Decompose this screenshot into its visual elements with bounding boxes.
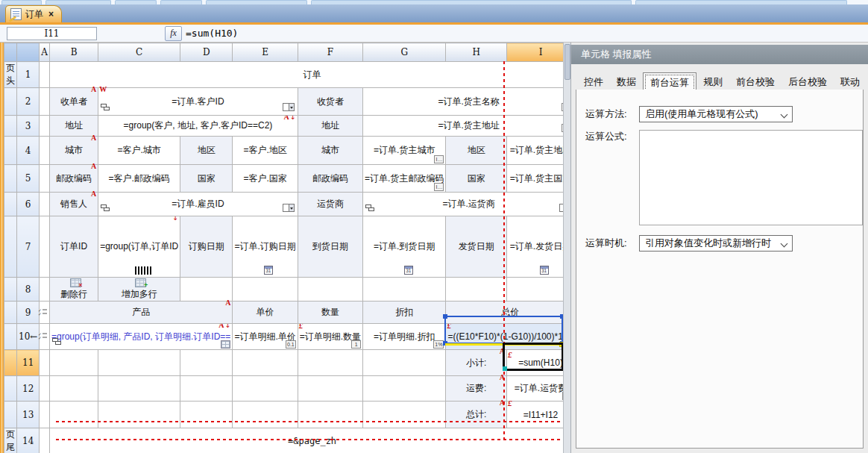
cell-G7[interactable]: 31=订单.到货日期 <box>363 216 446 278</box>
cell-D4[interactable]: 地区 <box>180 137 233 165</box>
cell-F12[interactable] <box>298 376 362 402</box>
cell-C12[interactable] <box>98 376 180 402</box>
cell-F9[interactable]: 数量 <box>298 302 362 324</box>
cell-C3[interactable]: A↓=group(客户, 地址, 客户.客户ID==C2) <box>98 116 298 137</box>
cell-A5[interactable] <box>40 165 50 193</box>
col-header-C[interactable]: C <box>98 43 180 62</box>
cell-A8[interactable] <box>40 278 50 302</box>
band-label-cell[interactable] <box>4 193 17 216</box>
cell-I11[interactable]: Σ£=sum(H10) <box>506 350 563 376</box>
cell-E4[interactable]: =客户.地区 <box>233 137 298 165</box>
col-header-I[interactable]: I <box>506 43 563 62</box>
band-label-cell[interactable]: 页尾 <box>4 428 17 453</box>
cell-E10←[interactable]: 0.1=订单明细.单价 <box>233 324 298 350</box>
row-header-11[interactable]: 11 <box>17 350 40 376</box>
cell-F7[interactable]: 到货日期 <box>298 216 362 278</box>
band-label-cell[interactable] <box>4 350 17 376</box>
cell-D5[interactable]: 国家 <box>180 165 233 193</box>
cell-B5[interactable]: A邮政编码 <box>50 165 98 193</box>
fx-button[interactable]: fx <box>165 26 182 41</box>
cell-B6[interactable]: A销售人 <box>50 193 98 216</box>
cell-A10←[interactable]: ✓✓ <box>40 324 50 350</box>
cell-H12[interactable]: A运费: <box>446 376 506 402</box>
corner-cell[interactable] <box>4 43 17 62</box>
col-header-B[interactable]: B <box>50 43 98 62</box>
band-label-cell[interactable] <box>4 165 17 193</box>
cell-B11[interactable] <box>50 350 98 376</box>
row-header-10←[interactable]: 10← <box>17 324 40 350</box>
band-label-cell[interactable] <box>4 116 17 137</box>
cell-I5[interactable]: I…=订单.货主国家 <box>506 165 563 193</box>
formula-input[interactable]: =sum(H10) <box>186 27 238 40</box>
cell-C5[interactable]: =客户.邮政编码 <box>98 165 180 193</box>
band-label-cell[interactable] <box>4 137 17 165</box>
cell-E12[interactable] <box>233 376 298 402</box>
cell-B10←[interactable]: A↓=group(订单明细, 产品ID, 订单明细.订单ID== <box>50 324 233 350</box>
cell-B8[interactable]: ×删除行 <box>50 278 98 302</box>
band-label-cell[interactable] <box>4 302 17 324</box>
row-header-14[interactable]: 14 <box>17 428 40 453</box>
cell-G4[interactable]: I…=订单.货主城市 <box>363 137 446 165</box>
cell-I7[interactable]: 31=订单.发货日期 <box>506 216 563 278</box>
cell-F5[interactable]: 邮政编码 <box>298 165 362 193</box>
band-label-cell[interactable] <box>4 278 17 302</box>
cell-H13[interactable]: A总计: <box>446 402 506 428</box>
row-header-1[interactable]: 1 <box>17 62 40 88</box>
row-header-9[interactable]: 9 <box>17 302 40 324</box>
cell-G3[interactable]: I…=订单.货主地址 <box>363 116 563 137</box>
timing-select[interactable]: 引用对象值变化时或新增行时 <box>639 235 793 252</box>
band-label-cell[interactable] <box>4 376 17 402</box>
cell-D7[interactable]: 订购日期 <box>180 216 233 278</box>
cell-H7[interactable]: 发货日期 <box>446 216 506 278</box>
col-header-E[interactable]: E <box>233 43 298 62</box>
cell-F11[interactable] <box>298 350 362 376</box>
cell-C8[interactable]: +增加多行 <box>98 278 180 302</box>
cell-C2[interactable]: W=订单.客户ID <box>98 88 298 116</box>
cell-B12[interactable] <box>50 376 98 402</box>
tab-close-icon[interactable]: × <box>48 9 54 19</box>
cell-I8[interactable] <box>506 278 563 302</box>
cell-C13[interactable] <box>98 402 180 428</box>
cell-G2[interactable]: I…=订单.货主名称 <box>363 88 563 116</box>
formula-textarea[interactable] <box>639 130 863 225</box>
cell-C7[interactable]: ↓=group(订单,订单ID <box>98 216 180 278</box>
cell-E5[interactable]: =客户.国家 <box>233 165 298 193</box>
cell-G8[interactable] <box>363 278 446 302</box>
cell-F8[interactable] <box>298 278 362 302</box>
corner-cell[interactable] <box>17 43 40 62</box>
band-label-cell[interactable] <box>4 216 17 278</box>
row-header-8[interactable]: 8 <box>17 278 40 302</box>
cell-I12[interactable]: 0.1=订单.运货费 <box>506 376 563 402</box>
col-header-H[interactable]: H <box>446 43 506 62</box>
col-header-G[interactable]: G <box>363 43 446 62</box>
col-header-F[interactable]: F <box>298 43 362 62</box>
cell-G6[interactable]: =订单.运货商 <box>363 193 563 216</box>
band-label-cell[interactable]: 页头 <box>4 62 17 88</box>
col-header-A[interactable]: A <box>40 43 50 62</box>
cell-F10←[interactable]: £1=订单明细.数量 <box>298 324 362 350</box>
cell-F6[interactable]: 运货商 <box>298 193 362 216</box>
cell-A1[interactable] <box>40 62 50 88</box>
cell-A3[interactable] <box>40 116 50 137</box>
band-label-cell[interactable] <box>4 402 17 428</box>
cell-E11[interactable] <box>233 350 298 376</box>
cell-B13[interactable] <box>50 402 98 428</box>
cell-B14[interactable]: =&page_zh <box>50 428 564 453</box>
cell-A11[interactable] <box>40 350 50 376</box>
cell-A7[interactable] <box>40 216 50 278</box>
cell-H10←[interactable]: £=((E10*F10)*(1-G10))/100)*100 <box>446 324 563 350</box>
band-label-cell[interactable] <box>4 88 17 116</box>
cell-B7[interactable]: 订单ID <box>50 216 98 278</box>
cell-C11[interactable] <box>98 350 180 376</box>
cell-F13[interactable] <box>298 402 362 428</box>
row-header-2[interactable]: 2 <box>17 88 40 116</box>
row-header-7[interactable]: 7 <box>17 216 40 278</box>
cell-A13[interactable] <box>40 402 50 428</box>
cell-G13[interactable] <box>363 402 446 428</box>
cell-B3[interactable]: 地址 <box>50 116 98 137</box>
cell-G5[interactable]: I…=订单.货主邮政编码 <box>363 165 446 193</box>
cell-B2[interactable]: A收单者 <box>50 88 98 116</box>
cell-E13[interactable] <box>233 402 298 428</box>
cell-C4[interactable]: =客户.城市 <box>98 137 180 165</box>
cell-G9[interactable]: 折扣 <box>363 302 446 324</box>
